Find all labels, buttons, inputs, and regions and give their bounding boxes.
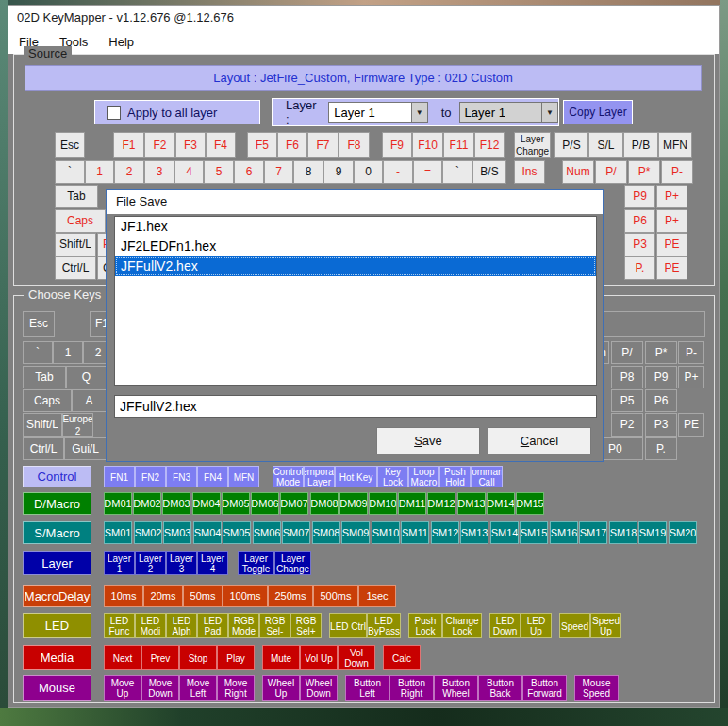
key-f7[interactable]: F7: [307, 132, 339, 158]
key-sm07[interactable]: SM07: [282, 521, 310, 544]
copy-layer-button[interactable]: Copy Layer: [563, 100, 633, 124]
key-sm04[interactable]: SM04: [193, 521, 222, 544]
key-fn3[interactable]: FN3: [166, 466, 197, 487]
key-layer-3[interactable]: Layer 3: [166, 551, 197, 575]
key-vol-down[interactable]: Vol Down: [338, 645, 375, 670]
key-prev[interactable]: Prev: [141, 645, 179, 670]
key-f1[interactable]: F1: [113, 132, 144, 158]
key-layer-4[interactable]: Layer 4: [197, 551, 228, 575]
key-led-pad[interactable]: LED Pad: [197, 613, 228, 638]
key-p-b[interactable]: P/B: [623, 132, 658, 158]
key-p3[interactable]: P3: [645, 413, 677, 437]
key-wheel-up[interactable]: Wheel Up: [262, 675, 300, 701]
key-push-hold[interactable]: Push Hold: [439, 466, 471, 487]
key-sm11[interactable]: SM11: [401, 521, 429, 544]
key-control-mode[interactable]: Control Mode: [273, 466, 304, 487]
key-8[interactable]: 8: [293, 160, 323, 184]
category-label-macrodelay[interactable]: MacroDelay: [23, 585, 91, 607]
key-calc[interactable]: Calc: [383, 645, 421, 670]
key-p2[interactable]: P2: [611, 413, 643, 437]
key-dm01[interactable]: DM01: [104, 492, 132, 515]
key-1[interactable]: 1: [85, 160, 114, 184]
key-s-l[interactable]: S/L: [588, 132, 623, 158]
key-sm20[interactable]: SM20: [669, 521, 697, 544]
key-sm01[interactable]: SM01: [104, 521, 132, 544]
key-ctrl-l[interactable]: Ctrl/L: [23, 437, 64, 460]
key-20ms[interactable]: 20ms: [143, 585, 183, 607]
layer-from-select[interactable]: Layer 1 ▼: [328, 102, 427, 123]
save-button[interactable]: Save: [376, 427, 480, 454]
file-item-jf1-hex[interactable]: JF1.hex: [115, 217, 596, 237]
key-dm06[interactable]: DM06: [251, 492, 279, 515]
key-6[interactable]: 6: [234, 160, 264, 184]
key-p[interactable]: P+: [656, 209, 687, 233]
key-mfn[interactable]: MFN: [658, 132, 692, 158]
key-button-left[interactable]: Button Left: [345, 675, 389, 701]
category-label-led[interactable]: LED: [23, 613, 91, 638]
key-stop[interactable]: Stop: [179, 645, 217, 670]
category-label-media[interactable]: Media: [23, 645, 91, 670]
key-blank[interactable]: `: [23, 341, 53, 364]
key-dm15[interactable]: DM15: [516, 492, 544, 515]
key-dm14[interactable]: DM14: [487, 492, 515, 515]
apply-all-checkbox[interactable]: [107, 106, 121, 120]
filename-input[interactable]: [114, 395, 597, 418]
key-speed[interactable]: Speed: [559, 613, 590, 638]
key-layer-change[interactable]: Layer Change: [274, 551, 311, 575]
key-command-call[interactable]: Command Call: [471, 466, 503, 487]
key-p6[interactable]: P6: [645, 389, 677, 412]
key-sm08[interactable]: SM08: [312, 521, 340, 544]
key-play[interactable]: Play: [217, 645, 255, 670]
key-p[interactable]: P/: [611, 341, 643, 364]
key-sm16[interactable]: SM16: [550, 521, 578, 544]
key-sm03[interactable]: SM03: [163, 521, 191, 544]
category-label-smacro[interactable]: S/Macro: [23, 521, 91, 544]
key-ctrl-l[interactable]: Ctrl/L: [55, 256, 96, 280]
key-1[interactable]: 1: [53, 341, 83, 364]
key-dm08[interactable]: DM08: [310, 492, 339, 515]
key-wheel-down[interactable]: Wheel Down: [300, 675, 338, 701]
key-f5[interactable]: F5: [247, 132, 277, 158]
key-dm02[interactable]: DM02: [133, 492, 161, 515]
key-mfn[interactable]: MFN: [228, 466, 259, 487]
key-sm15[interactable]: SM15: [520, 521, 548, 544]
key-f9[interactable]: F9: [382, 132, 412, 158]
key-dm10[interactable]: DM10: [369, 492, 397, 515]
category-label-layer[interactable]: Layer: [23, 551, 91, 575]
key-blank[interactable]: `: [55, 160, 85, 184]
key-p[interactable]: P/: [595, 160, 627, 184]
chevron-down-icon[interactable]: ▼: [411, 103, 427, 122]
key-p[interactable]: P-: [678, 341, 704, 364]
key-esc[interactable]: Esc: [23, 311, 55, 337]
key-caps[interactable]: Caps: [55, 209, 106, 233]
key-mouse-speed[interactable]: Mouse Speed: [574, 675, 619, 701]
file-item-jf2ledfn1-hex[interactable]: JF2LEDFn1.hex: [115, 237, 596, 256]
key-f8[interactable]: F8: [339, 132, 370, 158]
key-layer-1[interactable]: Layer 1: [104, 551, 135, 575]
key-p9[interactable]: P9: [624, 185, 655, 208]
key-p[interactable]: P+: [656, 185, 687, 208]
key-next[interactable]: Next: [104, 645, 141, 670]
key-esc[interactable]: Esc: [55, 132, 85, 158]
file-list[interactable]: JF1.hexJF2LEDFn1.hexJFFullV2.hex: [114, 216, 597, 386]
key-mute[interactable]: Mute: [262, 645, 300, 670]
key-move-down[interactable]: Move Down: [141, 675, 179, 701]
key-button-wheel[interactable]: Button Wheel: [434, 675, 478, 701]
key-tab[interactable]: Tab: [55, 185, 98, 208]
key-f11[interactable]: F11: [443, 132, 474, 158]
key-2[interactable]: 2: [114, 160, 144, 184]
key-shift-l[interactable]: Shift/L: [23, 413, 62, 437]
key-p[interactable]: P-: [661, 160, 693, 184]
key-sm02[interactable]: SM02: [134, 521, 162, 544]
key-4[interactable]: 4: [174, 160, 204, 184]
key-temporary-layer[interactable]: Temporary Layer: [304, 466, 335, 487]
key-p8[interactable]: P8: [611, 366, 643, 388]
key-move-up[interactable]: Move Up: [104, 675, 141, 701]
key-p[interactable]: P*: [645, 341, 677, 364]
key-caps[interactable]: Caps: [23, 389, 72, 412]
key-f6[interactable]: F6: [277, 132, 307, 158]
key-europe-2[interactable]: Europe 2: [62, 413, 93, 437]
cancel-button[interactable]: Cancel: [488, 427, 591, 454]
key-button-right[interactable]: Button Right: [389, 675, 434, 701]
key-9[interactable]: 9: [323, 160, 354, 184]
